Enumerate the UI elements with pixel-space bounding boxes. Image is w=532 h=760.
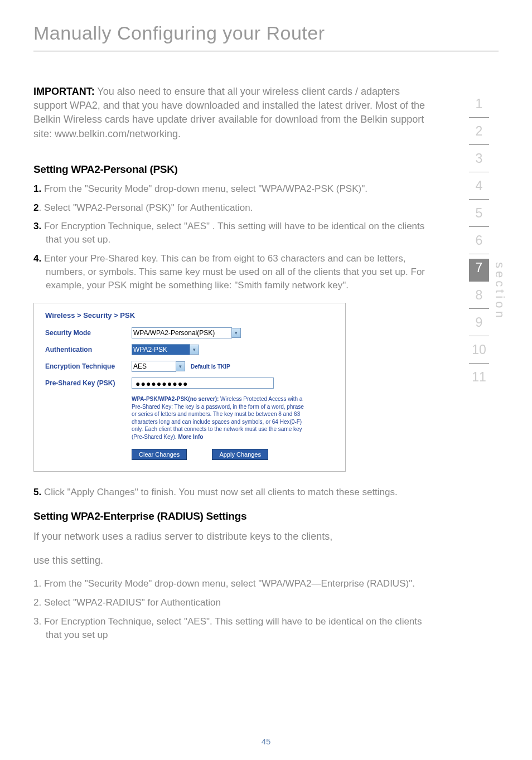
psk-row: Pre-Shared Key (PSK) ●●●●●●●●●● [45,377,334,389]
list-item: 2. Select "WPA2-RADIUS" for Authenticati… [33,596,432,609]
encryption-label: Encryption Technique [45,362,132,370]
encryption-note: Default is TKIP [191,364,230,370]
button-row: Clear Changes Apply Changes [132,449,334,460]
nav-num-9[interactable]: 9 [469,313,489,336]
list-item: 3. For Encryption Technique, select "AES… [33,615,432,642]
chevron-down-icon[interactable]: ▾ [190,345,199,355]
section-label: section [492,262,507,321]
security-mode-row: Security Mode WPA/WPA2-Personal(PSK)▾ [45,327,334,338]
section1-steps: 1. From the "Security Mode" drop-down me… [33,182,432,292]
chevron-down-icon[interactable]: ▾ [231,328,241,338]
nav-num-7[interactable]: 7 [469,259,489,282]
apply-changes-button[interactable]: Apply Changes [212,449,268,460]
nav-num-1[interactable]: 1 [469,95,489,118]
list-item: 2. Select "WPA2-Personal (PSK)" for Auth… [33,201,432,215]
help-text: WPA-PSK/WPA2-PSK(no server): Wireless Pr… [132,395,310,440]
list-item: 3. For Encryption Technique, select "AES… [33,220,432,246]
encryption-select[interactable]: AES [132,361,176,372]
nav-numbers: 1234567891011 [469,95,489,395]
page-title: Manually Configuring your Router [33,22,499,51]
help-body: Wireless Protected Access with a Pre-Sha… [132,396,304,440]
nav-num-3[interactable]: 3 [469,149,489,172]
security-mode-select[interactable]: WPA/WPA2-Personal(PSK) [132,327,232,338]
section-sidebar: 1234567891011 section [469,95,507,395]
list-item: 1. From the "Security Mode" drop-down me… [33,577,432,590]
list-item: 1. From the "Security Mode" drop-down me… [33,182,432,196]
chevron-down-icon[interactable]: ▾ [176,361,185,371]
list-item: 5. Click "Apply Changes" to finish. You … [33,486,432,499]
nav-num-6[interactable]: 6 [469,231,489,254]
breadcrumb: Wireless > Security > PSK [45,311,334,320]
router-ui-screenshot: Wireless > Security > PSK Security Mode … [33,303,346,472]
authentication-select[interactable]: WPA2-PSK [132,344,190,355]
authentication-row: Authentication WPA2-PSK▾ [45,344,334,355]
important-paragraph: IMPORTANT: You also need to ensure that … [33,85,432,141]
section2-intro2: use this setting. [33,553,432,568]
authentication-label: Authentication [45,346,132,354]
more-info-link[interactable]: More Info [178,434,203,440]
section2-heading: Setting WPA2-Enterprise (RADIUS) Setting… [33,510,432,522]
nav-num-2[interactable]: 2 [469,122,489,145]
clear-changes-button[interactable]: Clear Changes [132,449,187,460]
section2-intro1: If your network uses a radius server to … [33,529,432,544]
section1-heading: Setting WPA2-Personal (PSK) [33,163,432,176]
encryption-row: Encryption Technique AES▾ Default is TKI… [45,361,334,372]
help-bold: WPA-PSK/WPA2-PSK(no server): [132,396,220,402]
psk-input[interactable]: ●●●●●●●●●● [132,377,274,389]
nav-num-4[interactable]: 4 [469,177,489,200]
psk-label: Pre-Shared Key (PSK) [45,379,132,387]
list-item: 4. Enter your Pre-Shared key. This can b… [33,252,432,292]
security-mode-label: Security Mode [45,329,132,337]
nav-num-10[interactable]: 10 [469,341,489,364]
important-label: IMPORTANT: [33,86,95,97]
nav-num-8[interactable]: 8 [469,286,489,309]
page-number: 45 [262,737,271,746]
nav-num-11[interactable]: 11 [469,368,489,390]
step5-list: 5. Click "Apply Changes" to finish. You … [33,486,432,499]
section2-steps: 1. From the "Security Mode" drop-down me… [33,577,432,641]
nav-num-5[interactable]: 5 [469,204,489,227]
